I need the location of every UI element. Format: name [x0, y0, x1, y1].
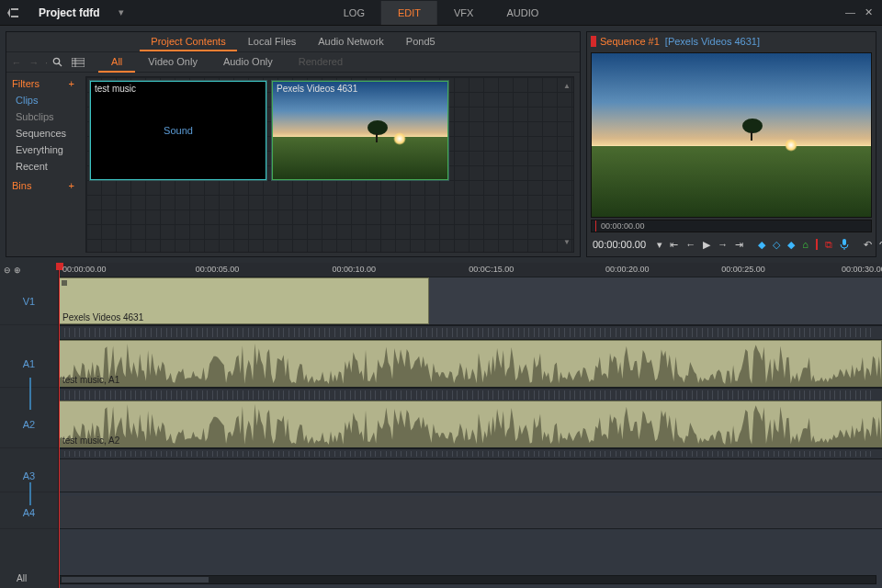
preview-panel: Sequence #1 [Pexels Videos 4631] 00:00:0…: [586, 31, 876, 257]
tab-pond5[interactable]: Pond5: [395, 32, 447, 51]
clip-thumbnail-audio[interactable]: test music Sound: [90, 81, 266, 180]
scrub-bar[interactable]: 00:00:00.00: [591, 220, 872, 232]
audio-ruler-3: [59, 448, 882, 459]
project-name[interactable]: Project fdfd: [26, 6, 113, 19]
zoom-in-icon[interactable]: ⊕: [14, 266, 21, 275]
mark-in-icon[interactable]: ◆: [758, 239, 765, 251]
audio-ruler-1: [59, 325, 882, 340]
clip-label: test music, A2: [62, 435, 119, 446]
scroll-up-icon[interactable]: ▲: [563, 83, 571, 90]
tab-local-files[interactable]: Local Files: [237, 32, 308, 51]
add-bin-icon[interactable]: +: [69, 180, 74, 191]
thumb-scrollbar[interactable]: ▲ ▼: [563, 83, 571, 246]
sidebar-item-recent[interactable]: Recent: [12, 158, 74, 175]
clip-label: Pexels Videos 4631: [62, 312, 143, 322]
tab-edit[interactable]: EDIT: [381, 1, 437, 25]
filters-label: Filters: [12, 78, 40, 89]
mark-clip-icon[interactable]: ◇: [773, 239, 780, 251]
track-a1[interactable]: test music, A1: [59, 340, 882, 388]
insert-icon[interactable]: [816, 239, 818, 250]
sequence-clip-name: [Pexels Videos 4631]: [665, 36, 760, 47]
filter-all[interactable]: All: [98, 52, 135, 73]
tab-audio[interactable]: AUDIO: [490, 1, 555, 25]
ruler-tick: 00:00:00.00: [62, 265, 107, 274]
clip-handle-icon[interactable]: [62, 280, 67, 286]
filter-rendered[interactable]: Rendered: [286, 52, 356, 73]
filter-audio-only[interactable]: Audio Only: [210, 52, 286, 73]
view-mode-icon[interactable]: [72, 58, 86, 67]
transport-dropdown-icon[interactable]: ▾: [657, 239, 662, 251]
bins-label: Bins: [12, 180, 31, 191]
time-ruler[interactable]: 00:00:00.00 00:00:05.00 00:00:10.00 00:0…: [59, 263, 882, 277]
add-marker-icon[interactable]: ⌂: [802, 239, 808, 250]
overwrite-icon[interactable]: ⧉: [825, 239, 832, 251]
track-head-a1[interactable]: A1: [0, 340, 58, 388]
audio-clip-a2[interactable]: test music, A2: [59, 401, 882, 447]
audio-clip-a1[interactable]: test music, A1: [59, 340, 882, 387]
close-icon[interactable]: ✕: [865, 6, 873, 18]
video-clip[interactable]: Pexels Videos 4631: [59, 277, 429, 324]
filter-video-only[interactable]: Video Only: [135, 52, 210, 73]
scroll-down-icon[interactable]: ▼: [563, 239, 571, 246]
ruler-tick: 00:00:25.00: [721, 265, 765, 274]
minimize-icon[interactable]: —: [845, 6, 855, 18]
track-head-a2[interactable]: A2: [0, 401, 58, 448]
scrub-timecode: 00:00:00.00: [601, 221, 645, 231]
step-back-icon[interactable]: ←: [685, 239, 695, 250]
scrub-playhead[interactable]: [595, 220, 596, 232]
search-icon[interactable]: [52, 57, 67, 67]
ruler-tick: 00:00:20.00: [605, 265, 650, 274]
sequence-name[interactable]: Sequence #1: [600, 36, 660, 47]
sequence-color-swatch: [591, 36, 596, 47]
sidebar-item-everything[interactable]: Everything: [12, 141, 74, 158]
transport-controls: 00:00:00.00 ▾ ⇤ ← ▶ → ⇥ ◆ ◇ ◆ ⌂ ⧉ ↶ ↷: [587, 232, 876, 256]
tab-project-contents[interactable]: Project Contents: [140, 32, 236, 51]
clip-thumbnail-video[interactable]: Pexels Videos 4631: [272, 81, 448, 180]
waveform: [60, 341, 881, 387]
back-icon[interactable]: [0, 6, 26, 19]
tab-log[interactable]: LOG: [327, 1, 381, 25]
timeline-scrollbar[interactable]: [59, 575, 876, 584]
media-nav-row: ← → · All Video Only Audio Only Rendered: [6, 52, 580, 73]
sequence-header: Sequence #1 [Pexels Videos 4631]: [587, 32, 876, 51]
track-a4[interactable]: [59, 496, 882, 529]
zoom-out-icon[interactable]: ⊖: [4, 266, 11, 275]
track-v1[interactable]: Pexels Videos 4631: [59, 277, 882, 325]
thumbnail-grid[interactable]: test music Sound Pexels Videos 4631 ▲ ▼: [85, 76, 574, 253]
track-a2[interactable]: test music, A2: [59, 401, 882, 448]
play-icon[interactable]: ▶: [703, 239, 710, 251]
track-label: A3: [23, 470, 35, 481]
thumbnail-image: [273, 82, 447, 179]
goto-start-icon[interactable]: ⇤: [670, 239, 678, 251]
mark-out-icon[interactable]: ◆: [787, 239, 795, 251]
track-label: A2: [23, 419, 35, 430]
track-head-v1[interactable]: V1: [0, 277, 58, 325]
playhead-line[interactable]: [59, 263, 60, 588]
nav-back-icon[interactable]: ←: [10, 57, 23, 68]
sidebar-item-subclips[interactable]: Subclips: [12, 108, 74, 125]
project-dropdown-icon[interactable]: ▾: [113, 6, 130, 18]
step-fwd-icon[interactable]: →: [718, 239, 728, 250]
nav-fwd-icon[interactable]: →: [28, 57, 40, 68]
add-filter-icon[interactable]: +: [69, 78, 74, 89]
track-head-a4[interactable]: A4: [0, 496, 58, 529]
timecode-display[interactable]: 00:00:00.00: [593, 239, 646, 250]
undo-icon[interactable]: ↶: [864, 239, 872, 251]
title-bar: Project fdfd ▾ LOG EDIT VFX AUDIO — ✕: [0, 0, 882, 26]
timeline-body[interactable]: 00:00:00.00 00:00:05.00 00:00:10.00 00:0…: [59, 263, 882, 588]
track-label: A1: [23, 358, 35, 369]
media-sidebar: Filters + Clips Subclips Sequences Every…: [6, 73, 80, 256]
sidebar-item-clips[interactable]: Clips: [12, 92, 74, 108]
tab-vfx[interactable]: VFX: [437, 1, 490, 25]
media-panel: Project Contents Local Files Audio Netwo…: [6, 31, 581, 257]
track-a3[interactable]: [59, 459, 882, 492]
scrollbar-thumb[interactable]: [62, 577, 209, 582]
sidebar-item-sequences[interactable]: Sequences: [12, 125, 74, 141]
sidebar-bins-header: Bins +: [12, 180, 74, 191]
track-selector-all[interactable]: All: [17, 573, 27, 583]
tab-audio-network[interactable]: Audio Network: [307, 32, 395, 51]
ruler-tick: 00:0C:15.00: [469, 265, 514, 274]
voiceover-icon[interactable]: [840, 239, 849, 250]
goto-end-icon[interactable]: ⇥: [735, 239, 743, 251]
preview-monitor[interactable]: [591, 52, 872, 218]
